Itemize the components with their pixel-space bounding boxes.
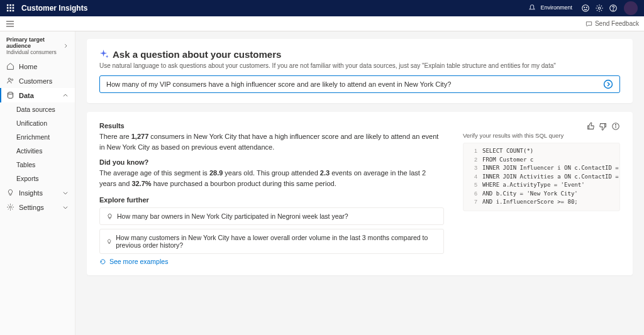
explore-title: Explore further [99,196,444,204]
audience-label: Primary target audience [6,36,63,49]
sidebar-item-data-sources[interactable]: Data sources [0,102,75,116]
dyk-text: The average age of this segment is 28.9 … [99,168,444,189]
svg-point-14 [613,10,614,11]
info-icon[interactable] [611,122,620,131]
svg-point-19 [11,79,13,81]
refresh-icon [99,258,106,265]
svg-point-9 [582,5,589,12]
chevron-right-icon [63,43,69,49]
sql-block: 1SELECT COUNT(*) 2FROM Customer c 3INNER… [463,143,620,211]
environment-label: Environment [540,5,572,11]
gear-icon [6,203,14,211]
sidebar-item-label: Settings [19,204,44,211]
chevron-down-icon [62,190,69,196]
svg-rect-0 [7,4,9,6]
environment-picker[interactable]: Environment [528,4,572,13]
app-launcher-icon[interactable] [6,4,15,13]
explore-suggestion[interactable]: How many bar owners in New York City par… [99,207,444,225]
svg-rect-8 [13,10,14,12]
sidebar-item-data[interactable]: Data [0,88,75,102]
results-text: There are 1,277 consumers in New York Ci… [99,131,444,152]
svg-point-28 [615,124,616,125]
sql-label: Verify your results with this SQL query [463,132,620,139]
avatar[interactable] [624,1,638,15]
sidebar: Primary target audience Individual consu… [0,31,75,335]
brand-title: Customer Insights [21,4,87,13]
svg-point-11 [586,7,587,8]
sidebar-item-label: Home [19,63,37,70]
audience-picker[interactable]: Primary target audience Individual consu… [0,35,75,59]
sidebar-item-customers[interactable]: Customers [0,74,75,88]
svg-point-20 [8,92,13,94]
chevron-down-icon [62,204,69,211]
send-feedback-link[interactable]: Send Feedback [586,20,639,27]
results-card: Results There are 1,277 consumers in New… [87,112,633,275]
chevron-up-icon [62,92,69,99]
sidebar-item-tables[interactable]: Tables [0,158,75,172]
sidebar-item-label: Customers [19,77,52,85]
sparkle-icon [99,50,109,59]
sidebar-item-enrichment[interactable]: Enrichment [0,130,75,144]
sidebar-item-settings[interactable]: Settings [0,200,75,214]
home-icon [6,62,14,70]
lightbulb-icon [106,238,112,245]
ask-input[interactable] [106,80,603,88]
svg-rect-6 [7,10,9,12]
smiley-icon[interactable] [579,1,592,15]
bell-icon [528,4,536,13]
hamburger-icon[interactable] [5,19,15,29]
svg-rect-3 [7,7,9,9]
sidebar-item-exports[interactable]: Exports [0,172,75,185]
sidebar-item-home[interactable]: Home [0,59,75,74]
sidebar-item-activities[interactable]: Activities [0,144,75,158]
help-icon[interactable] [606,1,620,15]
ask-subtitle: Use natural language to ask questions ab… [99,62,620,69]
svg-point-23 [604,80,613,89]
svg-rect-1 [9,4,11,6]
people-icon [6,77,14,85]
svg-rect-7 [9,10,11,12]
svg-point-22 [9,206,11,208]
ask-card: Ask a question about your customers Use … [87,39,633,103]
svg-rect-2 [13,4,14,6]
explore-suggestion[interactable]: How many customers in New York City have… [99,229,444,254]
audience-value: Individual consumers [6,49,63,55]
ask-input-container[interactable] [99,75,620,93]
svg-rect-5 [13,7,14,9]
thumbs-up-icon[interactable] [586,122,595,131]
svg-rect-4 [9,7,11,9]
sidebar-item-label: Data [19,92,34,99]
gear-icon[interactable] [592,1,606,15]
thumbs-down-icon[interactable] [599,122,608,131]
sidebar-item-insights[interactable]: Insights [0,185,75,200]
sidebar-item-unification[interactable]: Unification [0,116,75,130]
svg-point-12 [598,7,601,9]
results-title: Results [99,122,444,129]
svg-point-10 [584,7,585,8]
ask-title-text: Ask a question about your customers [113,49,281,60]
svg-point-18 [8,78,11,80]
sidebar-item-label: Insights [19,189,43,197]
lightbulb-icon [106,213,113,220]
submit-arrow-icon[interactable] [603,79,613,89]
feedback-icon [586,20,592,27]
see-more-link[interactable]: See more examples [99,258,444,265]
data-icon [6,91,14,99]
dyk-title: Did you know? [99,158,444,166]
lightbulb-icon [6,189,14,197]
